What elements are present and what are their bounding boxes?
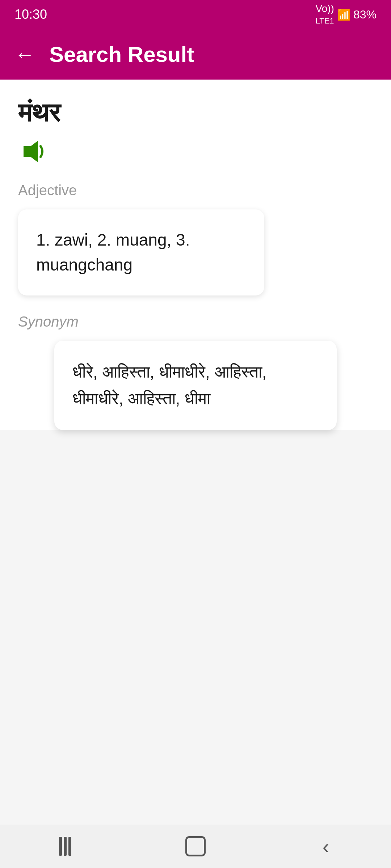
content-area: मंथर Adjective 1. zawi, 2. muang, 3. mua… [0, 80, 391, 430]
back-button[interactable]: ← [14, 43, 35, 66]
app-bar-title: Search Result [49, 42, 194, 67]
recent-apps-button[interactable] [51, 832, 80, 861]
app-bar: ← Search Result [0, 29, 391, 80]
definition-text: 1. zawi, 2. muang, 3. muangchang [36, 227, 246, 277]
bottom-nav: ‹ [0, 825, 391, 868]
part-of-speech: Adjective [18, 182, 373, 199]
signal-icon: Vo))LTE1 [316, 3, 334, 26]
synonym-label: Synonym [18, 314, 373, 330]
speaker-button[interactable] [18, 135, 51, 168]
network-bars-icon: 📶 [337, 8, 350, 21]
synonym-text: धीरे, आहिस्ता, धीमाधीरे, आहिस्ता, धीमाधी… [72, 359, 319, 412]
home-button[interactable] [181, 832, 210, 861]
empty-area [0, 448, 391, 868]
status-bar: 10:30 Vo))LTE1 📶 83% [0, 0, 391, 29]
word-title: मंथर [18, 98, 373, 128]
status-time: 10:30 [14, 7, 47, 22]
volume-icon [18, 135, 51, 168]
home-square-icon [185, 836, 206, 856]
battery-icon: 83% [353, 8, 377, 21]
synonym-card: धीरे, आहिस्ता, धीमाधीरे, आहिस्ता, धीमाधी… [54, 341, 337, 430]
back-nav-button[interactable]: ‹ [311, 832, 340, 861]
svg-marker-0 [24, 141, 38, 162]
status-icons: Vo))LTE1 📶 83% [316, 3, 377, 26]
definition-card: 1. zawi, 2. muang, 3. muangchang [18, 209, 264, 295]
